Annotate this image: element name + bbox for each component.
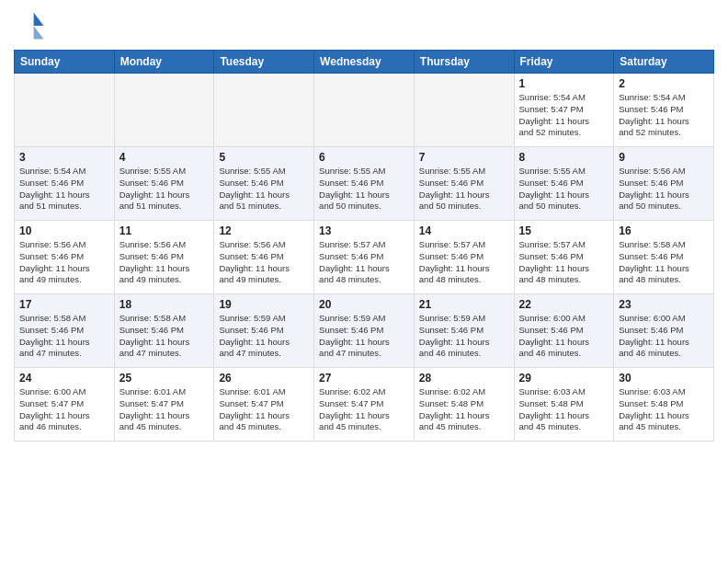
calendar-cell: 27Sunrise: 6:02 AM Sunset: 5:47 PM Dayli… bbox=[314, 368, 415, 442]
calendar-header: SundayMondayTuesdayWednesdayThursdayFrid… bbox=[15, 51, 714, 74]
calendar-cell: 16Sunrise: 5:58 AM Sunset: 5:46 PM Dayli… bbox=[614, 221, 714, 294]
weekday-header-tuesday: Tuesday bbox=[214, 51, 314, 74]
calendar-cell: 11Sunrise: 5:56 AM Sunset: 5:46 PM Dayli… bbox=[114, 221, 214, 294]
day-info: Sunrise: 5:59 AM Sunset: 5:46 PM Dayligh… bbox=[219, 313, 309, 360]
weekday-header-wednesday: Wednesday bbox=[314, 51, 415, 74]
day-number: 3 bbox=[19, 151, 109, 164]
calendar-cell: 28Sunrise: 6:02 AM Sunset: 5:48 PM Dayli… bbox=[414, 368, 514, 442]
calendar-row-0: 1Sunrise: 5:54 AM Sunset: 5:47 PM Daylig… bbox=[15, 74, 714, 147]
calendar-cell: 29Sunrise: 6:03 AM Sunset: 5:48 PM Dayli… bbox=[514, 368, 614, 442]
day-info: Sunrise: 5:59 AM Sunset: 5:46 PM Dayligh… bbox=[419, 313, 509, 360]
day-info: Sunrise: 5:56 AM Sunset: 5:46 PM Dayligh… bbox=[219, 239, 309, 286]
day-number: 22 bbox=[519, 298, 609, 311]
day-number: 30 bbox=[619, 372, 709, 385]
calendar-cell: 18Sunrise: 5:58 AM Sunset: 5:46 PM Dayli… bbox=[114, 294, 214, 368]
day-number: 25 bbox=[119, 372, 210, 385]
svg-marker-0 bbox=[34, 13, 44, 26]
day-info: Sunrise: 5:56 AM Sunset: 5:46 PM Dayligh… bbox=[119, 239, 210, 286]
day-number: 10 bbox=[19, 224, 109, 237]
calendar-body: 1Sunrise: 5:54 AM Sunset: 5:47 PM Daylig… bbox=[15, 74, 714, 442]
calendar-cell bbox=[15, 74, 115, 147]
svg-marker-1 bbox=[34, 26, 44, 39]
calendar-cell: 7Sunrise: 5:55 AM Sunset: 5:46 PM Daylig… bbox=[414, 147, 514, 221]
calendar-cell: 15Sunrise: 5:57 AM Sunset: 5:46 PM Dayli… bbox=[514, 221, 614, 294]
day-info: Sunrise: 5:54 AM Sunset: 5:47 PM Dayligh… bbox=[519, 92, 609, 139]
day-number: 23 bbox=[619, 298, 709, 311]
calendar-cell bbox=[414, 74, 514, 147]
day-info: Sunrise: 5:57 AM Sunset: 5:46 PM Dayligh… bbox=[519, 239, 609, 286]
day-info: Sunrise: 6:03 AM Sunset: 5:48 PM Dayligh… bbox=[519, 386, 609, 433]
calendar-cell: 25Sunrise: 6:01 AM Sunset: 5:47 PM Dayli… bbox=[114, 368, 214, 442]
weekday-header-thursday: Thursday bbox=[414, 51, 514, 74]
calendar-cell: 5Sunrise: 5:55 AM Sunset: 5:46 PM Daylig… bbox=[214, 147, 314, 221]
calendar-cell bbox=[314, 74, 415, 147]
calendar-row-4: 24Sunrise: 6:00 AM Sunset: 5:47 PM Dayli… bbox=[15, 368, 714, 442]
day-info: Sunrise: 5:54 AM Sunset: 5:46 PM Dayligh… bbox=[619, 92, 709, 139]
header bbox=[14, 9, 714, 42]
day-info: Sunrise: 6:00 AM Sunset: 5:46 PM Dayligh… bbox=[619, 313, 709, 360]
calendar-cell: 3Sunrise: 5:54 AM Sunset: 5:46 PM Daylig… bbox=[15, 147, 115, 221]
weekday-header-monday: Monday bbox=[114, 51, 214, 74]
calendar: SundayMondayTuesdayWednesdayThursdayFrid… bbox=[14, 50, 714, 442]
day-number: 7 bbox=[419, 151, 509, 164]
day-info: Sunrise: 6:02 AM Sunset: 5:47 PM Dayligh… bbox=[319, 386, 409, 433]
day-info: Sunrise: 5:55 AM Sunset: 5:46 PM Dayligh… bbox=[219, 166, 309, 213]
calendar-cell: 21Sunrise: 5:59 AM Sunset: 5:46 PM Dayli… bbox=[414, 294, 514, 368]
calendar-cell: 9Sunrise: 5:56 AM Sunset: 5:46 PM Daylig… bbox=[614, 147, 714, 221]
day-number: 14 bbox=[419, 224, 509, 237]
calendar-cell: 19Sunrise: 5:59 AM Sunset: 5:46 PM Dayli… bbox=[214, 294, 314, 368]
weekday-header-friday: Friday bbox=[514, 51, 614, 74]
day-number: 28 bbox=[419, 372, 509, 385]
day-number: 9 bbox=[619, 151, 709, 164]
weekday-header-sunday: Sunday bbox=[15, 51, 115, 74]
calendar-cell: 10Sunrise: 5:56 AM Sunset: 5:46 PM Dayli… bbox=[15, 221, 115, 294]
calendar-cell: 14Sunrise: 5:57 AM Sunset: 5:46 PM Dayli… bbox=[414, 221, 514, 294]
day-number: 17 bbox=[19, 298, 109, 311]
logo bbox=[14, 9, 51, 42]
day-info: Sunrise: 5:56 AM Sunset: 5:46 PM Dayligh… bbox=[619, 166, 709, 213]
day-number: 27 bbox=[319, 372, 409, 385]
day-info: Sunrise: 5:57 AM Sunset: 5:46 PM Dayligh… bbox=[419, 239, 509, 286]
day-number: 16 bbox=[619, 224, 709, 237]
day-number: 21 bbox=[419, 298, 509, 311]
calendar-cell: 23Sunrise: 6:00 AM Sunset: 5:46 PM Dayli… bbox=[614, 294, 714, 368]
day-info: Sunrise: 5:55 AM Sunset: 5:46 PM Dayligh… bbox=[119, 166, 210, 213]
day-number: 18 bbox=[119, 298, 210, 311]
weekday-header-row: SundayMondayTuesdayWednesdayThursdayFrid… bbox=[15, 51, 714, 74]
calendar-cell: 12Sunrise: 5:56 AM Sunset: 5:46 PM Dayli… bbox=[214, 221, 314, 294]
day-number: 20 bbox=[319, 298, 409, 311]
day-number: 5 bbox=[219, 151, 309, 164]
day-number: 26 bbox=[219, 372, 309, 385]
day-info: Sunrise: 6:01 AM Sunset: 5:47 PM Dayligh… bbox=[219, 386, 309, 433]
day-info: Sunrise: 5:57 AM Sunset: 5:46 PM Dayligh… bbox=[319, 239, 409, 286]
day-number: 4 bbox=[119, 151, 210, 164]
day-info: Sunrise: 5:56 AM Sunset: 5:46 PM Dayligh… bbox=[19, 239, 109, 286]
calendar-cell: 6Sunrise: 5:55 AM Sunset: 5:46 PM Daylig… bbox=[314, 147, 415, 221]
day-number: 6 bbox=[319, 151, 409, 164]
calendar-cell: 30Sunrise: 6:03 AM Sunset: 5:48 PM Dayli… bbox=[614, 368, 714, 442]
weekday-header-saturday: Saturday bbox=[614, 51, 714, 74]
day-info: Sunrise: 5:59 AM Sunset: 5:46 PM Dayligh… bbox=[319, 313, 409, 360]
day-info: Sunrise: 6:00 AM Sunset: 5:47 PM Dayligh… bbox=[19, 386, 109, 433]
day-info: Sunrise: 5:55 AM Sunset: 5:46 PM Dayligh… bbox=[519, 166, 609, 213]
day-info: Sunrise: 5:58 AM Sunset: 5:46 PM Dayligh… bbox=[619, 239, 709, 286]
calendar-cell: 26Sunrise: 6:01 AM Sunset: 5:47 PM Dayli… bbox=[214, 368, 314, 442]
page: SundayMondayTuesdayWednesdayThursdayFrid… bbox=[0, 0, 728, 455]
day-number: 19 bbox=[219, 298, 309, 311]
calendar-cell: 8Sunrise: 5:55 AM Sunset: 5:46 PM Daylig… bbox=[514, 147, 614, 221]
day-number: 13 bbox=[319, 224, 409, 237]
day-info: Sunrise: 6:02 AM Sunset: 5:48 PM Dayligh… bbox=[419, 386, 509, 433]
day-info: Sunrise: 5:58 AM Sunset: 5:46 PM Dayligh… bbox=[119, 313, 210, 360]
day-number: 12 bbox=[219, 224, 309, 237]
calendar-cell: 24Sunrise: 6:00 AM Sunset: 5:47 PM Dayli… bbox=[15, 368, 115, 442]
calendar-cell: 1Sunrise: 5:54 AM Sunset: 5:47 PM Daylig… bbox=[514, 74, 614, 147]
day-number: 8 bbox=[519, 151, 609, 164]
day-info: Sunrise: 5:58 AM Sunset: 5:46 PM Dayligh… bbox=[19, 313, 109, 360]
day-info: Sunrise: 5:55 AM Sunset: 5:46 PM Dayligh… bbox=[419, 166, 509, 213]
logo-icon bbox=[14, 9, 47, 42]
day-number: 24 bbox=[19, 372, 109, 385]
calendar-row-3: 17Sunrise: 5:58 AM Sunset: 5:46 PM Dayli… bbox=[15, 294, 714, 368]
day-number: 11 bbox=[119, 224, 210, 237]
day-number: 1 bbox=[519, 77, 609, 90]
calendar-cell: 17Sunrise: 5:58 AM Sunset: 5:46 PM Dayli… bbox=[15, 294, 115, 368]
